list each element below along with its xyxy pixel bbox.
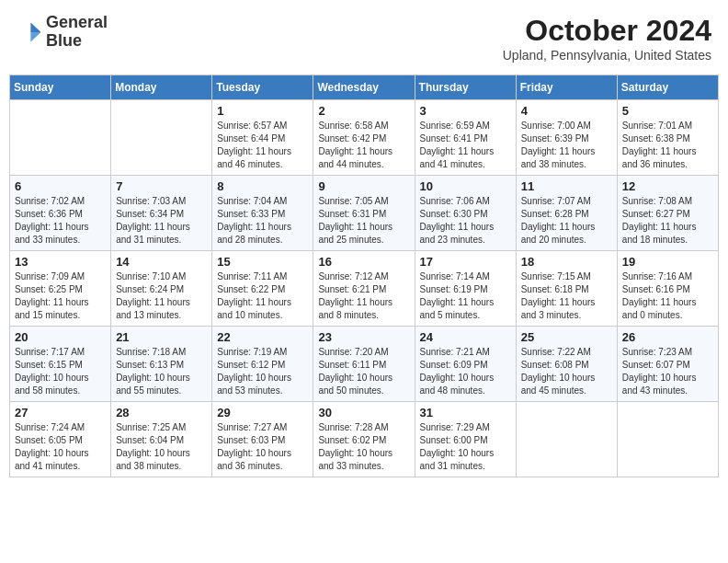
day-number: 2: [318, 104, 409, 118]
day-number: 25: [521, 330, 612, 344]
calendar-week-row: 6Sunrise: 7:02 AM Sunset: 6:36 PM Daylig…: [10, 176, 719, 251]
calendar-day-cell: 3Sunrise: 6:59 AM Sunset: 6:41 PM Daylig…: [415, 100, 516, 176]
calendar-day-cell: 6Sunrise: 7:02 AM Sunset: 6:36 PM Daylig…: [10, 176, 111, 251]
page-header: General Blue October 2024 Upland, Pennsy…: [9, 9, 719, 67]
calendar-day-cell: 5Sunrise: 7:01 AM Sunset: 6:38 PM Daylig…: [617, 100, 718, 176]
calendar-day-cell: [111, 100, 212, 176]
day-info: Sunrise: 7:15 AM Sunset: 6:18 PM Dayligh…: [521, 270, 612, 322]
title-block: October 2024 Upland, Pennsylvania, Unite…: [503, 14, 711, 63]
day-info: Sunrise: 7:28 AM Sunset: 6:02 PM Dayligh…: [318, 421, 409, 473]
calendar-day-cell: 2Sunrise: 6:58 AM Sunset: 6:42 PM Daylig…: [313, 100, 415, 176]
calendar-day-cell: 22Sunrise: 7:19 AM Sunset: 6:12 PM Dayli…: [212, 327, 313, 402]
day-info: Sunrise: 7:17 AM Sunset: 6:15 PM Dayligh…: [15, 346, 106, 397]
day-info: Sunrise: 7:08 AM Sunset: 6:27 PM Dayligh…: [622, 195, 713, 247]
day-number: 9: [318, 179, 409, 193]
day-info: Sunrise: 7:20 AM Sunset: 6:11 PM Dayligh…: [318, 346, 409, 397]
calendar-day-cell: [516, 402, 617, 477]
day-number: 5: [622, 104, 713, 118]
svg-marker-0: [30, 22, 40, 32]
calendar-day-cell: 27Sunrise: 7:24 AM Sunset: 6:05 PM Dayli…: [10, 402, 111, 477]
month-title: October 2024: [503, 14, 711, 48]
day-info: Sunrise: 6:59 AM Sunset: 6:41 PM Dayligh…: [420, 120, 511, 171]
calendar-day-cell: 24Sunrise: 7:21 AM Sunset: 6:09 PM Dayli…: [415, 327, 516, 402]
day-info: Sunrise: 7:25 AM Sunset: 6:04 PM Dayligh…: [116, 421, 207, 473]
calendar-week-row: 27Sunrise: 7:24 AM Sunset: 6:05 PM Dayli…: [10, 402, 719, 477]
day-number: 11: [521, 179, 612, 193]
column-header-tuesday: Tuesday: [212, 75, 313, 100]
calendar-day-cell: 31Sunrise: 7:29 AM Sunset: 6:00 PM Dayli…: [415, 402, 516, 477]
day-number: 7: [116, 179, 207, 193]
day-info: Sunrise: 7:07 AM Sunset: 6:28 PM Dayligh…: [521, 195, 612, 247]
day-info: Sunrise: 6:58 AM Sunset: 6:42 PM Dayligh…: [318, 120, 409, 171]
calendar-week-row: 1Sunrise: 6:57 AM Sunset: 6:44 PM Daylig…: [10, 100, 719, 176]
day-info: Sunrise: 7:27 AM Sunset: 6:03 PM Dayligh…: [217, 421, 308, 473]
calendar-day-cell: 21Sunrise: 7:18 AM Sunset: 6:13 PM Dayli…: [111, 327, 212, 402]
column-header-thursday: Thursday: [415, 75, 516, 100]
day-number: 21: [116, 330, 207, 344]
day-info: Sunrise: 7:06 AM Sunset: 6:30 PM Dayligh…: [420, 195, 511, 247]
day-info: Sunrise: 7:14 AM Sunset: 6:19 PM Dayligh…: [420, 270, 511, 322]
column-header-sunday: Sunday: [10, 75, 111, 100]
day-info: Sunrise: 7:21 AM Sunset: 6:09 PM Dayligh…: [420, 346, 511, 397]
calendar-day-cell: 17Sunrise: 7:14 AM Sunset: 6:19 PM Dayli…: [415, 251, 516, 327]
day-number: 1: [217, 104, 308, 118]
day-number: 29: [217, 406, 308, 419]
day-info: Sunrise: 7:05 AM Sunset: 6:31 PM Dayligh…: [318, 195, 409, 247]
logo-icon: [17, 19, 42, 45]
calendar-day-cell: 1Sunrise: 6:57 AM Sunset: 6:44 PM Daylig…: [212, 100, 313, 176]
day-number: 3: [420, 104, 511, 118]
day-number: 4: [521, 104, 612, 118]
calendar-day-cell: 30Sunrise: 7:28 AM Sunset: 6:02 PM Dayli…: [313, 402, 415, 477]
location: Upland, Pennsylvania, United States: [503, 48, 711, 63]
calendar-day-cell: 23Sunrise: 7:20 AM Sunset: 6:11 PM Dayli…: [313, 327, 415, 402]
day-info: Sunrise: 7:09 AM Sunset: 6:25 PM Dayligh…: [15, 270, 106, 322]
day-info: Sunrise: 7:12 AM Sunset: 6:21 PM Dayligh…: [318, 270, 409, 322]
calendar-day-cell: 28Sunrise: 7:25 AM Sunset: 6:04 PM Dayli…: [111, 402, 212, 477]
day-info: Sunrise: 7:29 AM Sunset: 6:00 PM Dayligh…: [420, 421, 511, 473]
day-number: 26: [622, 330, 713, 344]
day-info: Sunrise: 7:19 AM Sunset: 6:12 PM Dayligh…: [217, 346, 308, 397]
calendar-day-cell: 11Sunrise: 7:07 AM Sunset: 6:28 PM Dayli…: [516, 176, 617, 251]
calendar-day-cell: 7Sunrise: 7:03 AM Sunset: 6:34 PM Daylig…: [111, 176, 212, 251]
day-number: 6: [15, 179, 106, 193]
calendar-day-cell: 10Sunrise: 7:06 AM Sunset: 6:30 PM Dayli…: [415, 176, 516, 251]
day-info: Sunrise: 7:04 AM Sunset: 6:33 PM Dayligh…: [217, 195, 308, 247]
calendar-day-cell: 16Sunrise: 7:12 AM Sunset: 6:21 PM Dayli…: [313, 251, 415, 327]
day-number: 13: [15, 255, 106, 269]
calendar-day-cell: 13Sunrise: 7:09 AM Sunset: 6:25 PM Dayli…: [10, 251, 111, 327]
column-header-monday: Monday: [111, 75, 212, 100]
calendar-week-row: 20Sunrise: 7:17 AM Sunset: 6:15 PM Dayli…: [10, 327, 719, 402]
calendar-day-cell: 19Sunrise: 7:16 AM Sunset: 6:16 PM Dayli…: [617, 251, 718, 327]
calendar-day-cell: 25Sunrise: 7:22 AM Sunset: 6:08 PM Dayli…: [516, 327, 617, 402]
calendar-day-cell: 12Sunrise: 7:08 AM Sunset: 6:27 PM Dayli…: [617, 176, 718, 251]
calendar-day-cell: 18Sunrise: 7:15 AM Sunset: 6:18 PM Dayli…: [516, 251, 617, 327]
day-info: Sunrise: 7:01 AM Sunset: 6:38 PM Dayligh…: [622, 120, 713, 171]
calendar-header-row: SundayMondayTuesdayWednesdayThursdayFrid…: [10, 75, 719, 100]
day-info: Sunrise: 7:22 AM Sunset: 6:08 PM Dayligh…: [521, 346, 612, 397]
day-number: 12: [622, 179, 713, 193]
column-header-saturday: Saturday: [617, 75, 718, 100]
day-number: 19: [622, 255, 713, 269]
day-number: 22: [217, 330, 308, 344]
calendar-day-cell: 9Sunrise: 7:05 AM Sunset: 6:31 PM Daylig…: [313, 176, 415, 251]
day-info: Sunrise: 7:23 AM Sunset: 6:07 PM Dayligh…: [622, 346, 713, 397]
day-number: 15: [217, 255, 308, 269]
day-number: 18: [521, 255, 612, 269]
day-number: 31: [420, 406, 511, 419]
day-info: Sunrise: 7:18 AM Sunset: 6:13 PM Dayligh…: [116, 346, 207, 397]
day-info: Sunrise: 7:24 AM Sunset: 6:05 PM Dayligh…: [15, 421, 106, 473]
calendar-day-cell: 8Sunrise: 7:04 AM Sunset: 6:33 PM Daylig…: [212, 176, 313, 251]
day-number: 23: [318, 330, 409, 344]
day-number: 28: [116, 406, 207, 419]
calendar-day-cell: [10, 100, 111, 176]
column-header-wednesday: Wednesday: [313, 75, 415, 100]
calendar-day-cell: 4Sunrise: 7:00 AM Sunset: 6:39 PM Daylig…: [516, 100, 617, 176]
day-info: Sunrise: 7:16 AM Sunset: 6:16 PM Dayligh…: [622, 270, 713, 322]
day-number: 17: [420, 255, 511, 269]
calendar-day-cell: [617, 402, 718, 477]
day-number: 8: [217, 179, 308, 193]
day-info: Sunrise: 7:10 AM Sunset: 6:24 PM Dayligh…: [116, 270, 207, 322]
calendar-week-row: 13Sunrise: 7:09 AM Sunset: 6:25 PM Dayli…: [10, 251, 719, 327]
column-header-friday: Friday: [516, 75, 617, 100]
day-number: 10: [420, 179, 511, 193]
